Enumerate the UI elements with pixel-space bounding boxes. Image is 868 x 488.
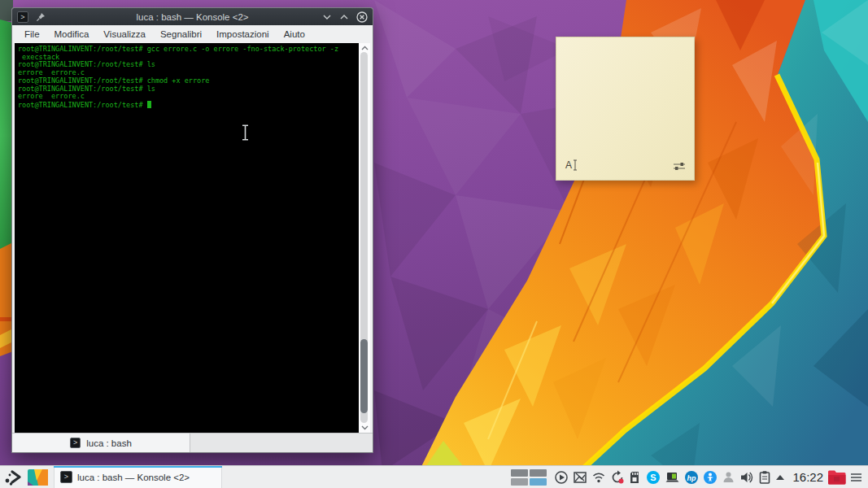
- task-terminal-icon: >: [60, 471, 72, 483]
- clock[interactable]: 16:22: [792, 470, 823, 484]
- menubar: File Modifica Visualizza Segnalibri Impo…: [12, 25, 373, 43]
- konsole-window: > luca : bash — Konsole <2>: [11, 7, 373, 453]
- task-label: luca : bash — Konsole <2>: [77, 473, 190, 482]
- terminal-line: errore errore.c: [18, 93, 359, 101]
- close-button[interactable]: [356, 11, 368, 23]
- system-tray: S hp: [554, 470, 785, 485]
- terminal-cursor: [147, 101, 151, 108]
- battery-icon[interactable]: [665, 470, 680, 485]
- volume-icon[interactable]: [739, 470, 754, 485]
- app-launcher-icon[interactable]: [3, 468, 23, 486]
- titlebar[interactable]: > luca : bash — Konsole <2>: [12, 8, 373, 25]
- maximize-button[interactable]: [339, 14, 349, 20]
- konsole-app-icon: >: [17, 11, 28, 23]
- desktop-folder-icon[interactable]: [28, 468, 48, 486]
- tab-luca-bash[interactable]: > luca : bash: [12, 434, 190, 452]
- red-folder-icon[interactable]: [827, 469, 846, 486]
- taskbar-task-konsole[interactable]: > luca : bash — Konsole <2>: [54, 466, 222, 488]
- menu-file[interactable]: File: [17, 29, 47, 39]
- svg-text:hp: hp: [687, 473, 696, 481]
- tab-terminal-icon: >: [70, 438, 81, 448]
- note-text[interactable]: A: [565, 159, 578, 171]
- desktop: > luca : bash — Konsole <2>: [0, 0, 868, 488]
- terminal-area: root@TRINGALINVENT:/root/test# gcc error…: [15, 43, 370, 433]
- clipboard-icon[interactable]: [758, 470, 771, 485]
- virtual-desktop-pager[interactable]: [511, 469, 547, 486]
- image-frame-icon[interactable]: [573, 470, 587, 485]
- svg-text:S: S: [651, 473, 656, 482]
- scroll-down-icon[interactable]: [359, 425, 370, 432]
- terminal-scrollbar[interactable]: [359, 43, 370, 433]
- wifi-icon[interactable]: [591, 470, 606, 485]
- window-title: luca : bash — Konsole <2>: [12, 12, 373, 22]
- taskbar-panel: > luca : bash — Konsole <2>: [0, 465, 868, 488]
- menu-visualizza[interactable]: Visualizza: [96, 29, 153, 39]
- terminal-line: root@TRINGALINVENT:/root/test# gcc error…: [18, 46, 359, 54]
- menu-impostazioni[interactable]: Impostazioni: [209, 29, 277, 39]
- sticky-note-widget[interactable]: A: [556, 37, 695, 181]
- note-settings-icon[interactable]: [674, 162, 685, 171]
- terminal-prompt-line: root@TRINGALINVENT:/root/test#: [18, 101, 359, 110]
- panel-menu-icon[interactable]: [850, 473, 862, 482]
- mouse-ibeam-cursor: [241, 124, 250, 141]
- tab-label: luca : bash: [86, 438, 132, 448]
- menu-aiuto[interactable]: Aiuto: [277, 29, 312, 39]
- media-player-icon[interactable]: [554, 470, 569, 485]
- skype-icon[interactable]: S: [646, 470, 661, 485]
- pin-icon[interactable]: [36, 12, 46, 22]
- device-notifier-icon[interactable]: [629, 470, 642, 485]
- terminal-output[interactable]: root@TRINGALINVENT:/root/test# gcc error…: [15, 43, 359, 433]
- text-caret-icon: [573, 159, 578, 171]
- user-switch-icon[interactable]: [722, 470, 735, 484]
- hp-printer-icon[interactable]: hp: [684, 470, 699, 485]
- active-task-indicator: [54, 466, 222, 468]
- info-icon[interactable]: [703, 470, 718, 485]
- expand-tray-icon[interactable]: [775, 474, 785, 481]
- scrollbar-thumb[interactable]: [360, 339, 368, 413]
- scroll-up-icon[interactable]: [359, 44, 370, 50]
- minimize-button[interactable]: [322, 14, 332, 20]
- updates-icon[interactable]: [610, 470, 625, 485]
- tab-bar: > luca : bash: [12, 433, 373, 452]
- menu-modifica[interactable]: Modifica: [47, 29, 97, 39]
- menu-segnalibri[interactable]: Segnalibri: [153, 29, 209, 39]
